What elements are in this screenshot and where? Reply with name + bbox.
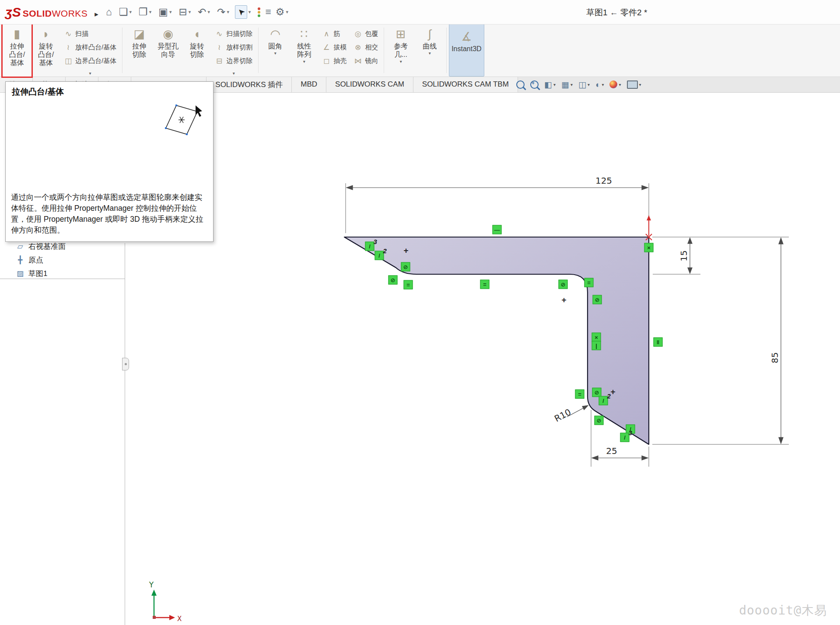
redo-button[interactable]: ↷▾ xyxy=(215,6,231,18)
sweep-boss-button-icon: ∿ xyxy=(64,29,73,38)
edit-appearance-button[interactable]: ▾ xyxy=(609,80,621,88)
dropdown-caret-icon[interactable]: ▾ xyxy=(619,82,621,87)
tree-panel-divider xyxy=(0,279,125,279)
panel-collapse-handle[interactable] xyxy=(122,358,129,370)
sketch-point-asterisk xyxy=(178,117,185,123)
sweep-cut-button[interactable]: ∿扫描切除 xyxy=(215,27,252,41)
display-style-button[interactable]: ◫▾ xyxy=(578,80,590,89)
linear-pattern-button[interactable]: ∷线性阵列▾ xyxy=(290,24,318,77)
heads-up-view-toolbar: +◧▾▦▾◫▾◐▾▾▾ xyxy=(516,77,641,92)
dropdown-caret-icon[interactable]: ▾ xyxy=(303,59,305,64)
boundary-cut-button-icon: ⊟ xyxy=(215,56,224,66)
dropdown-caret-icon[interactable]: ▾ xyxy=(602,82,604,87)
sketch-icon: ▨ xyxy=(16,269,24,278)
panel-splitter[interactable] xyxy=(125,243,125,625)
shell-button[interactable]: ◻抽壳 xyxy=(322,54,346,68)
zoom-area-button[interactable]: + xyxy=(530,80,539,89)
dropdown-caret-icon[interactable]: ▾ xyxy=(274,51,276,56)
tree-item-origin[interactable]: ╋原点 xyxy=(0,253,125,267)
wrap-button[interactable]: ◎包覆 xyxy=(354,27,378,41)
extrude-tooltip: 拉伸凸台/基体 通过向一个或两个方向拉伸草图或选定草图轮廓来创建实体特征。使用拉… xyxy=(5,81,214,242)
revolve-boss-button-icon: ◗ xyxy=(42,26,49,42)
tab-MBD[interactable]: MBD xyxy=(292,77,326,92)
curves-button-icon: ∫ xyxy=(428,26,431,42)
dropdown-caret-icon[interactable]: ▾ xyxy=(570,82,573,87)
tooltip-sketch-illustration xyxy=(159,100,204,144)
hole-wizard-button[interactable]: ◉异型孔向导 xyxy=(154,24,182,77)
loft-cut-button[interactable]: ≀放样切割 xyxy=(215,41,252,54)
loft-boss-button-icon: ≀ xyxy=(64,43,73,52)
sweep-boss-button[interactable]: ∿扫描 xyxy=(64,27,116,41)
traffic-light-icon[interactable] xyxy=(255,6,263,18)
dropdown-caret-icon[interactable]: ▾ xyxy=(400,59,402,64)
rib-button[interactable]: ∧筋 xyxy=(322,27,346,41)
mirror-button[interactable]: ⋈镜向 xyxy=(354,54,378,68)
dropdown-caret-icon[interactable]: ▾ xyxy=(130,9,132,15)
quick-access-toolbar: ⌂❏▾❐▾▣▾⊟▾↶▾↷▾ xyxy=(104,6,231,18)
document-options-button[interactable]: ≡ xyxy=(263,6,273,18)
settings-button[interactable]: ⚙ ▾ xyxy=(273,6,290,18)
cursor-arrow-icon xyxy=(196,105,202,117)
rib-button-icon: ∧ xyxy=(322,29,331,38)
dropdown-caret-icon[interactable]: ▾ xyxy=(227,9,229,15)
modify-stack: ◎包覆⊗相交⋈镜向 xyxy=(350,24,382,77)
dropdown-caret-icon[interactable]: ▾ xyxy=(286,9,288,15)
redo-icon: ↷ xyxy=(217,7,225,17)
open-icon: ❐ xyxy=(139,7,148,17)
home-button[interactable]: ⌂ xyxy=(104,6,114,18)
revolve-boss-button[interactable]: ◗旋转凸台/基体 xyxy=(32,24,60,77)
solidworks-logo-mark: ʒS xyxy=(5,5,21,20)
tab-SOLIDWORKS CAM[interactable]: SOLIDWORKS CAM xyxy=(326,77,413,92)
curves-button[interactable]: ∫曲线▾ xyxy=(415,24,444,77)
view-orientation-button[interactable]: ▦▾ xyxy=(561,80,573,89)
dropdown-caret-icon[interactable]: ▾ xyxy=(233,71,235,76)
view-settings-button[interactable]: ▾ xyxy=(627,80,641,89)
loft-boss-button[interactable]: ≀放样凸台/基体 xyxy=(64,41,116,54)
undo-button[interactable]: ↶▾ xyxy=(196,6,212,18)
boundary-boss-button[interactable]: ◫边界凸台/基体 xyxy=(64,54,116,68)
select-tool-button[interactable]: ➤ xyxy=(235,5,247,19)
section-view-icon: ◧ xyxy=(544,80,552,89)
save-button[interactable]: ▣▾ xyxy=(156,6,174,18)
ribbon-groups: ▮拉伸凸台/基体◗旋转凸台/基体∿扫描≀放样凸台/基体◫边界凸台/基体▾◪拉伸切… xyxy=(0,24,840,77)
dropdown-caret-icon[interactable]: ▾ xyxy=(169,9,172,15)
loft-cut-button-icon: ≀ xyxy=(215,43,224,52)
fillet-button[interactable]: ◠圆角▾ xyxy=(261,24,290,77)
revolve-cut-button-icon: ◖ xyxy=(193,26,200,42)
wrap-button-icon: ◎ xyxy=(354,29,362,38)
zoom-fit-button[interactable] xyxy=(516,80,525,89)
reference-geometry-button[interactable]: ⊞参考几...▾ xyxy=(386,24,415,77)
tab-SOLIDWORKS CAM TBM[interactable]: SOLIDWORKS CAM TBM xyxy=(413,77,518,92)
intersect-button[interactable]: ⊗相交 xyxy=(354,41,378,54)
print-button[interactable]: ⊟▾ xyxy=(176,6,193,18)
dropdown-caret-icon[interactable]: ▾ xyxy=(89,71,91,76)
fillet-button-icon: ◠ xyxy=(270,26,280,42)
extrude-boss-button[interactable]: ▮拉伸凸台/基体 xyxy=(3,24,32,77)
plane-icon: ▱ xyxy=(16,242,24,251)
section-view-button[interactable]: ◧▾ xyxy=(544,80,556,89)
group-separator xyxy=(258,28,259,73)
boundary-cut-button[interactable]: ⊟边界切除 xyxy=(215,54,252,68)
dropdown-caret-icon[interactable]: ▾ xyxy=(588,82,590,87)
open-button[interactable]: ❐▾ xyxy=(136,6,154,18)
reference-geometry-button-icon: ⊞ xyxy=(396,26,406,42)
extrude-cut-button[interactable]: ◪拉伸切除 xyxy=(125,24,154,77)
dropdown-caret-icon[interactable]: ▾ xyxy=(639,82,641,87)
group-separator xyxy=(384,28,384,73)
tooltip-description: 通过向一个或两个方向拉伸草图或选定草图轮廓来创建实体特征。使用拉伸 Proper… xyxy=(11,192,209,236)
instant3d-button[interactable]: ∡Instant3D xyxy=(449,24,484,77)
revolve-cut-button[interactable]: ◖旋转切除 xyxy=(182,24,211,77)
dropdown-caret-icon[interactable]: ▾ xyxy=(208,9,210,15)
boundary-boss-button-icon: ◫ xyxy=(64,56,73,66)
dropdown-caret-icon[interactable]: ▾ xyxy=(553,82,556,87)
home-icon: ⌂ xyxy=(106,7,112,17)
hide-show-items-button[interactable]: ◐▾ xyxy=(595,80,604,89)
select-tool-caret-icon[interactable]: ▾ xyxy=(248,9,251,15)
tab-SOLIDWORKS 插件[interactable]: SOLIDWORKS 插件 xyxy=(206,77,292,92)
menu-expand-arrow-icon[interactable]: ▸ xyxy=(94,10,98,19)
new-document-button[interactable]: ❏▾ xyxy=(117,6,134,18)
dropdown-caret-icon[interactable]: ▾ xyxy=(189,9,191,15)
dropdown-caret-icon[interactable]: ▾ xyxy=(149,9,152,15)
dropdown-caret-icon[interactable]: ▾ xyxy=(429,51,431,56)
draft-button[interactable]: ∠拔模 xyxy=(322,41,346,54)
